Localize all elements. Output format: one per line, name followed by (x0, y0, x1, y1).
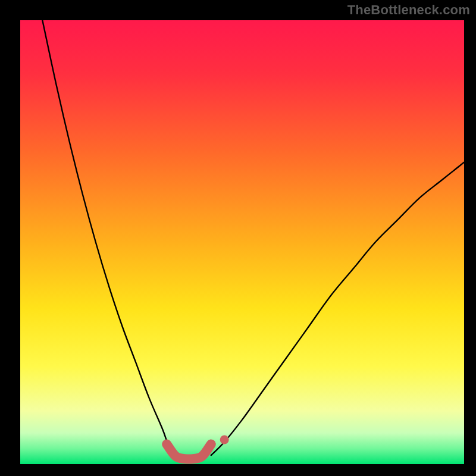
bottleneck-chart (0, 0, 476, 476)
trough-marker-dot (220, 435, 229, 444)
plot-background (20, 20, 464, 464)
chart-frame: TheBottleneck.com (0, 0, 476, 476)
watermark-text: TheBottleneck.com (347, 2, 470, 18)
